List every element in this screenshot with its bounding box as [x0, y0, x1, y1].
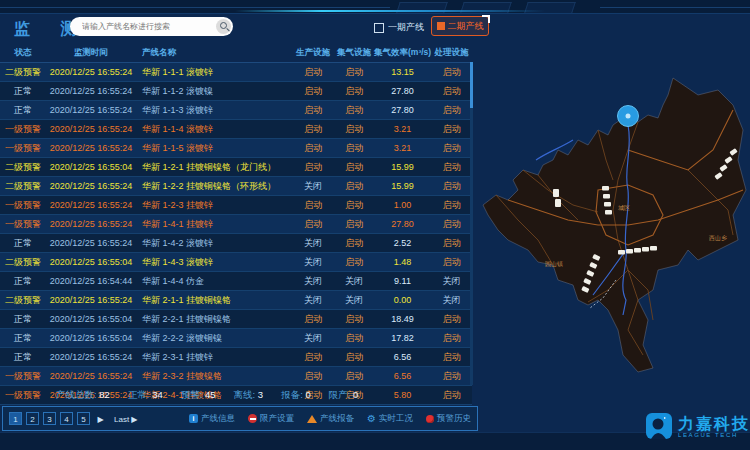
legend-history-button[interactable]: 预警历史 — [426, 413, 471, 425]
treatment-facility-state: 启动 — [431, 332, 472, 345]
legend-limit-button[interactable]: 限产设置 — [248, 413, 294, 425]
gas-collection-state: 关闭 — [334, 275, 374, 288]
line-name: 华新 1-2-1 挂镀铜镍铬（龙门线） — [136, 161, 292, 174]
production-facility-state: 启动 — [292, 313, 334, 326]
treatment-facility-state: 启动 — [431, 142, 472, 155]
status-badge: 一级预警 — [0, 123, 46, 136]
table-row[interactable]: 一级预警 2020/12/25 16:55:24 华新 2-3-2 挂镀镍铬 启… — [0, 367, 472, 386]
logo-name: 力嘉科技 — [678, 415, 750, 432]
table-row[interactable]: 二级预警 2020/12/25 16:55:24 华新 1-1-1 滚镀锌 启动… — [0, 63, 472, 82]
line-name: 华新 2-2-2 滚镀铜镍 — [136, 332, 292, 345]
table-row[interactable]: 正常 2020/12/25 16:55:24 华新 1-4-2 滚镀锌 关闭 启… — [0, 234, 472, 253]
legend-label: 产线信息 — [201, 413, 235, 425]
limit-icon — [248, 414, 257, 423]
column-header: 生产设施 — [292, 47, 334, 59]
gas-collection-state: 启动 — [334, 180, 374, 193]
status-badge: 正常 — [0, 104, 46, 117]
page-button-3[interactable]: 3 — [43, 412, 56, 425]
table-row[interactable]: 二级预警 2020/12/25 16:55:24 华新 1-2-2 挂镀铜镍铬（… — [0, 177, 472, 196]
accent-line — [235, 10, 545, 12]
table-row[interactable]: 一级预警 2020/12/25 16:55:24 华新 1-1-4 滚镀锌 启动… — [0, 120, 472, 139]
summary-item: 预警: 45 — [181, 389, 216, 402]
checkbox-checked-icon — [437, 22, 445, 30]
table-row[interactable]: 正常 2020/12/25 16:55:24 华新 1-1-2 滚镀镍 启动 启… — [0, 82, 472, 101]
next-page-button[interactable]: ▶ — [94, 412, 107, 425]
treatment-facility-state: 启动 — [431, 66, 472, 79]
production-facility-state: 启动 — [292, 66, 334, 79]
gas-collection-state: 启动 — [334, 161, 374, 174]
table-row[interactable]: 正常 2020/12/25 16:55:04 华新 2-2-2 滚镀铜镍 关闭 … — [0, 329, 472, 348]
status-badge: 一级预警 — [0, 370, 46, 383]
gas-collection-state: 启动 — [334, 351, 374, 364]
table-row[interactable]: 二级预警 2020/12/25 16:55:04 华新 1-2-1 挂镀铜镍铬（… — [0, 158, 472, 177]
status-badge: 二级预警 — [0, 161, 46, 174]
map-alarm-marker — [618, 106, 639, 127]
status-badge: 一级预警 — [0, 142, 46, 155]
gas-efficiency-value: 15.99 — [374, 162, 431, 172]
gas-collection-state: 启动 — [334, 237, 374, 250]
phase1-checkbox[interactable]: 一期产线 — [374, 21, 424, 34]
gas-efficiency-value: 15.99 — [374, 181, 431, 191]
page-button-5[interactable]: 5 — [77, 412, 90, 425]
table-row[interactable]: 正常 2020/12/25 16:55:24 华新 1-1-3 滚镀锌 启动 启… — [0, 101, 472, 120]
page-button-2[interactable]: 2 — [26, 412, 39, 425]
gas-efficiency-value: 27.80 — [374, 219, 431, 229]
table-row[interactable]: 正常 2020/12/25 16:55:04 华新 2-2-1 挂镀铜镍铬 启动… — [0, 310, 472, 329]
legend-label: 限产设置 — [260, 413, 294, 425]
treatment-facility-state: 启动 — [431, 351, 472, 364]
map-place-label: 西山乡 — [709, 234, 727, 243]
column-header: 集气设施 — [334, 47, 374, 59]
legend-label: 实时工况 — [379, 413, 413, 425]
table-row[interactable]: 二级预警 2020/12/25 16:55:24 华新 2-1-1 挂镀铜镍铬 … — [0, 291, 472, 310]
monitor-time: 2020/12/25 16:55:24 — [46, 352, 136, 362]
table-row[interactable]: 一级预警 2020/12/25 16:55:24 华新 1-4-1 挂镀锌 启动… — [0, 215, 472, 234]
legend-info-button[interactable]: 产线信息 — [189, 413, 235, 425]
header: 监 测 一期产线 二期产线 — [0, 13, 750, 43]
status-badge: 二级预警 — [0, 294, 46, 307]
legend-report-button[interactable]: 产线报备 — [307, 413, 354, 425]
gas-collection-state: 启动 — [334, 104, 374, 117]
pagination: 12345▶Last ▶ — [9, 412, 141, 425]
table-row[interactable]: 一级预警 2020/12/25 16:55:24 华新 1-2-3 挂镀锌 启动… — [0, 196, 472, 215]
corner-decor — [482, 15, 490, 23]
gas-collection-state: 启动 — [334, 218, 374, 231]
monitor-time: 2020/12/25 16:55:04 — [46, 257, 136, 267]
status-badge: 一级预警 — [0, 218, 46, 231]
legend-bar: 产线信息限产设置产线报备实时工况预警历史 — [189, 413, 471, 425]
line-name: 华新 1-2-3 挂镀锌 — [136, 199, 292, 212]
phase2-button[interactable]: 二期产线 — [431, 16, 489, 36]
production-facility-state: 启动 — [292, 142, 334, 155]
search-input[interactable] — [80, 21, 216, 32]
table-row[interactable]: 正常 2020/12/25 16:55:24 华新 2-3-1 挂镀锌 启动 启… — [0, 348, 472, 367]
table-row[interactable]: 正常 2020/12/25 16:54:44 华新 1-4-4 仿金 关闭 关闭… — [0, 272, 472, 291]
legend-gear-button[interactable]: 实时工况 — [367, 413, 413, 425]
production-facility-state: 关闭 — [292, 237, 334, 250]
line-name: 华新 1-4-1 挂镀锌 — [136, 218, 292, 231]
gas-efficiency-value: 27.80 — [374, 105, 431, 115]
page-button-1[interactable]: 1 — [9, 412, 22, 425]
production-facility-state: 关闭 — [292, 256, 334, 269]
last-page-button[interactable]: Last ▶ — [111, 412, 141, 425]
line-name: 华新 1-1-2 滚镀镍 — [136, 85, 292, 98]
gas-efficiency-value: 0.00 — [374, 295, 431, 305]
line-name: 华新 2-2-1 挂镀铜镍铬 — [136, 313, 292, 326]
gas-collection-state: 启动 — [334, 313, 374, 326]
status-badge: 正常 — [0, 313, 46, 326]
city-map[interactable]: 园山镇西山乡城区 — [478, 40, 750, 432]
table-row[interactable]: 一级预警 2020/12/25 16:55:24 华新 1-1-5 滚镀锌 启动… — [0, 139, 472, 158]
scrollbar-thumb[interactable] — [470, 62, 473, 108]
table-row[interactable]: 二级预警 2020/12/25 16:55:04 华新 1-4-3 滚镀锌 关闭… — [0, 253, 472, 272]
monitor-time: 2020/12/25 16:55:24 — [46, 86, 136, 96]
legend-label: 预警历史 — [437, 413, 471, 425]
column-header: 产线名称 — [136, 47, 292, 59]
monitor-time: 2020/12/25 16:55:24 — [46, 181, 136, 191]
production-facility-state: 启动 — [292, 161, 334, 174]
page-button-4[interactable]: 4 — [60, 412, 73, 425]
monitor-time: 2020/12/25 16:55:04 — [46, 314, 136, 324]
monitor-time: 2020/12/25 16:54:44 — [46, 276, 136, 286]
summary-item: 离线: 3 — [234, 389, 264, 402]
search-icon[interactable] — [216, 19, 231, 34]
line-name: 华新 2-3-2 挂镀镍铬 — [136, 370, 292, 383]
table-scrollbar[interactable] — [470, 62, 473, 385]
monitor-time: 2020/12/25 16:55:24 — [46, 371, 136, 381]
